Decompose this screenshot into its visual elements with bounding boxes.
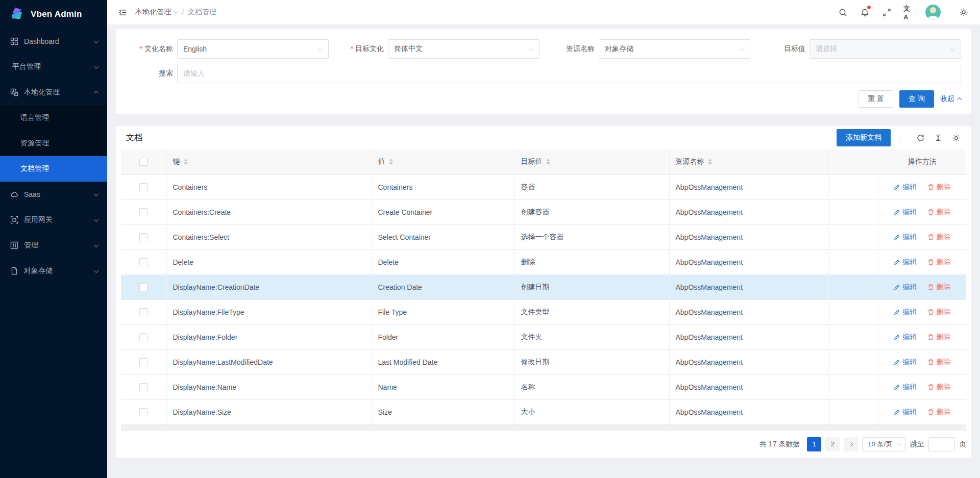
sort-icon[interactable] bbox=[184, 159, 188, 165]
edit-button[interactable]: 编辑 bbox=[894, 408, 917, 417]
delete-button[interactable]: 删除 bbox=[927, 283, 950, 292]
row-height-icon[interactable] bbox=[933, 133, 943, 143]
edit-button[interactable]: 编辑 bbox=[894, 283, 917, 292]
settings-icon[interactable] bbox=[959, 7, 969, 17]
jump-page-input[interactable] bbox=[928, 437, 955, 451]
spacer-cell bbox=[828, 374, 878, 399]
column-header-target: 目标值 bbox=[521, 157, 543, 166]
avatar[interactable] bbox=[925, 5, 941, 20]
chevron-down-icon bbox=[94, 64, 99, 69]
row-checkbox[interactable] bbox=[139, 358, 148, 366]
cell-value: Size bbox=[372, 399, 514, 424]
delete-button[interactable]: 删除 bbox=[927, 183, 950, 192]
horizontal-scrollbar[interactable] bbox=[121, 425, 966, 431]
next-page-button[interactable] bbox=[844, 437, 858, 451]
search-icon[interactable] bbox=[838, 7, 848, 17]
page-content: 文化名称 English 目标文化 简体中文 资源名称 对象存储 bbox=[107, 25, 980, 478]
table-row: DisplayName:FileType File Type 文件类型 AbpO… bbox=[121, 299, 966, 324]
spacer-cell bbox=[828, 174, 878, 199]
row-checkbox[interactable] bbox=[139, 258, 148, 266]
cell-value: Folder bbox=[372, 324, 514, 349]
translate-icon[interactable]: 文A bbox=[903, 7, 914, 17]
delete-button[interactable]: 删除 bbox=[927, 408, 950, 417]
edit-button[interactable]: 编辑 bbox=[894, 333, 917, 342]
sidebar-item-document-mgmt[interactable]: 文档管理 bbox=[0, 156, 107, 182]
query-button[interactable]: 查 询 bbox=[899, 90, 934, 108]
search-input[interactable] bbox=[177, 64, 961, 83]
sidebar-item-saas[interactable]: Saas bbox=[0, 182, 107, 207]
cell-target: 大小 bbox=[514, 399, 669, 424]
fullscreen-icon[interactable] bbox=[881, 7, 892, 17]
row-checkbox[interactable] bbox=[139, 233, 148, 241]
edit-button[interactable]: 编辑 bbox=[894, 258, 917, 267]
breadcrumb-parent[interactable]: 本地化管理 bbox=[135, 8, 178, 17]
target-culture-select[interactable]: 简体中文 bbox=[388, 39, 540, 59]
sidebar-item-language-mgmt[interactable]: 语言管理 bbox=[0, 105, 107, 131]
delete-button[interactable]: 删除 bbox=[927, 358, 950, 367]
cell-target: 名称 bbox=[514, 374, 669, 399]
cell-key: Delete bbox=[166, 249, 372, 274]
jump-suffix: 页 bbox=[959, 440, 966, 449]
select-all-checkbox[interactable] bbox=[139, 158, 148, 166]
localization-submenu: 语言管理 资源管理 文档管理 bbox=[0, 105, 107, 182]
cell-resource: AbpOssManagement bbox=[669, 349, 828, 374]
cell-value: File Type bbox=[372, 299, 514, 324]
sort-icon[interactable] bbox=[546, 159, 550, 165]
sidebar-item-gateway[interactable]: 应用网关 bbox=[0, 207, 107, 233]
sidebar-item-dashboard[interactable]: Dashboard bbox=[0, 29, 107, 54]
edit-button[interactable]: 编辑 bbox=[894, 183, 917, 192]
edit-button[interactable]: 编辑 bbox=[894, 233, 917, 242]
row-checkbox[interactable] bbox=[139, 183, 148, 191]
sidebar-item-resource-mgmt[interactable]: 资源管理 bbox=[0, 131, 107, 156]
chevron-down-icon bbox=[94, 268, 99, 273]
action-divider bbox=[922, 409, 922, 415]
row-checkbox[interactable] bbox=[139, 308, 148, 316]
page-size-select[interactable]: 10 条/页 bbox=[862, 437, 906, 451]
filter-card: 文化名称 English 目标文化 简体中文 资源名称 对象存储 bbox=[116, 29, 971, 114]
reset-button[interactable]: 重 置 bbox=[859, 90, 893, 108]
resource-name-select[interactable]: 对象存储 bbox=[599, 39, 750, 59]
chevron-down-icon bbox=[740, 46, 745, 51]
chevron-down-icon bbox=[94, 191, 99, 196]
edit-button[interactable]: 编辑 bbox=[894, 308, 917, 317]
page-button-1[interactable]: 1 bbox=[807, 437, 821, 451]
table-row: DisplayName:Folder Folder 文件夹 AbpOssMana… bbox=[121, 324, 966, 349]
delete-button[interactable]: 删除 bbox=[927, 383, 950, 392]
add-document-button[interactable]: 添加新文档 bbox=[837, 129, 891, 146]
column-settings-icon[interactable] bbox=[951, 133, 961, 143]
delete-button[interactable]: 删除 bbox=[927, 233, 950, 242]
app-logo[interactable]: Vben Admin bbox=[0, 0, 107, 29]
sidebar-item-object-storage[interactable]: 对象存储 bbox=[0, 258, 107, 284]
sort-icon[interactable] bbox=[708, 159, 712, 165]
row-checkbox[interactable] bbox=[139, 283, 148, 291]
delete-button[interactable]: 删除 bbox=[927, 258, 950, 267]
edit-button[interactable]: 编辑 bbox=[894, 208, 917, 217]
page-button-2[interactable]: 2 bbox=[825, 437, 840, 451]
sidebar-item-platform[interactable]: 平台管理 bbox=[0, 54, 107, 80]
collapse-link[interactable]: 收起 bbox=[940, 94, 961, 104]
chevron-down-icon bbox=[529, 46, 534, 51]
row-checkbox[interactable] bbox=[139, 208, 148, 216]
cell-target: 修改日期 bbox=[514, 349, 669, 374]
culture-name-select[interactable]: English bbox=[177, 39, 329, 59]
delete-button[interactable]: 删除 bbox=[927, 208, 950, 217]
spacer-column bbox=[828, 149, 878, 174]
spacer-cell bbox=[828, 349, 878, 374]
row-checkbox[interactable] bbox=[139, 383, 148, 391]
delete-button[interactable]: 删除 bbox=[927, 333, 950, 342]
row-checkbox[interactable] bbox=[139, 408, 148, 416]
field-search: 搜索 bbox=[126, 64, 961, 83]
sort-icon[interactable] bbox=[389, 159, 393, 165]
edit-button[interactable]: 编辑 bbox=[894, 383, 917, 392]
sidebar-item-management[interactable]: 管理 bbox=[0, 233, 107, 258]
notification-icon[interactable] bbox=[860, 7, 870, 17]
sidebar-item-localization[interactable]: 本地化管理 bbox=[0, 80, 107, 105]
cell-value: Select Container bbox=[372, 224, 514, 249]
menu-fold-icon[interactable] bbox=[118, 8, 127, 17]
delete-button[interactable]: 删除 bbox=[927, 308, 950, 317]
refresh-icon[interactable] bbox=[915, 133, 925, 143]
row-checkbox[interactable] bbox=[139, 333, 148, 341]
sidebar-item-label: Saas bbox=[24, 190, 94, 198]
edit-button[interactable]: 编辑 bbox=[894, 358, 917, 367]
target-value-select[interactable]: 请选择 bbox=[810, 39, 961, 59]
